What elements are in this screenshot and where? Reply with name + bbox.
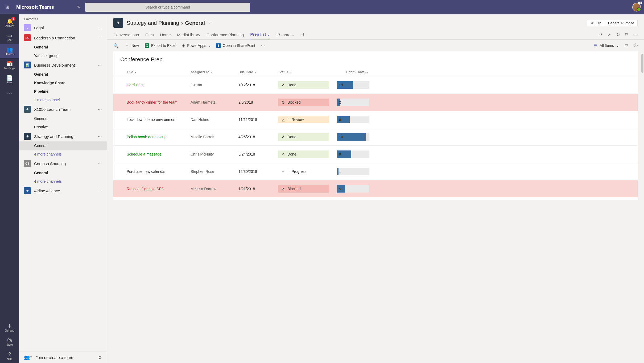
breadcrumb-team[interactable]: Strategy and Planning [127, 20, 179, 26]
team-more-icon[interactable]: ⋯ [98, 63, 102, 68]
view-selector[interactable]: ☰All Items⌄ [594, 43, 619, 48]
status-badge: △In Review [278, 116, 329, 123]
team-more-icon[interactable]: ⋯ [98, 25, 102, 30]
breadcrumb-more-icon[interactable]: ⋯ [207, 20, 212, 26]
column-header[interactable]: Assigned To⌄ [191, 70, 238, 74]
apprail-item-help[interactable]: ?Help [0, 349, 19, 363]
compose-icon[interactable]: ✎ [77, 5, 80, 10]
effort-bar: 18 [337, 133, 369, 141]
row-assigned: CJ Tan [191, 83, 238, 87]
row-due: 2/6/2018 [238, 100, 278, 104]
gear-icon[interactable]: ⚙ [98, 355, 102, 360]
team-more-icon[interactable]: ⋯ [98, 35, 102, 40]
team-row[interactable]: CSContoso Sourcing⋯ [19, 158, 107, 169]
channel-item[interactable]: Knowledge Share [19, 79, 107, 87]
more-commands-icon[interactable]: ⋯ [261, 43, 265, 48]
list-row[interactable]: Herd Cats CJ Tan 1/12/2018 ✓Done 10 [113, 76, 638, 93]
column-header[interactable]: Due Date⌄ [238, 70, 278, 74]
expand-icon[interactable]: ⤢ [608, 32, 611, 37]
team-row[interactable]: ✦Strategy and Planning⋯ [19, 131, 107, 141]
team-more-icon[interactable]: ⋯ [98, 107, 102, 112]
list-row[interactable]: Polish booth demo script Miceile Barrett… [113, 128, 638, 145]
list-row[interactable]: Purchase new calendar Stephen Rose 12/30… [113, 163, 638, 180]
refresh-icon[interactable]: ↻ [616, 32, 620, 37]
team-avatar: LC [24, 34, 31, 41]
list-row[interactable]: Reserve flights to SPC Melissa Darrow 1/… [113, 180, 638, 197]
reply-icon[interactable]: ⮐ [598, 32, 602, 37]
header-info-pill[interactable]: 👁 Org General Purpose [587, 20, 638, 26]
vertical-scrollbar[interactable] [641, 54, 643, 360]
apprail-item-store[interactable]: 🛍Store [0, 335, 19, 349]
export-excel-button[interactable]: Export to Excel [145, 43, 176, 48]
notification-badge: 2 [11, 17, 15, 21]
new-button[interactable]: ＋New [125, 42, 139, 49]
add-tab-button[interactable]: ＋ [300, 32, 306, 38]
team-row[interactable]: ✈X1050 Launch Team⋯ [19, 104, 107, 114]
team-more-icon[interactable]: ⋯ [98, 161, 102, 166]
status-icon: ⊘ [281, 100, 285, 104]
column-header[interactable]: Effort (Days)⌄ [332, 70, 369, 74]
effort-bar: 10 [337, 81, 369, 89]
apprail-item-chat[interactable]: ▭Chat [0, 30, 19, 44]
avatar[interactable]: R1 [632, 3, 641, 11]
list-row[interactable]: Book fancy dinner for the team Adam Harm… [113, 93, 638, 111]
status-badge: ⊘Blocked [278, 99, 329, 106]
tab-medialibrary[interactable]: MediaLibrary [177, 30, 200, 39]
channel-item[interactable]: General [19, 43, 107, 51]
tab-home[interactable]: Home [160, 30, 171, 39]
tab-conference-planning[interactable]: Conference Planning [207, 30, 244, 39]
more-channels-link[interactable]: 4 more channels [19, 177, 107, 186]
more-channels-link[interactable]: 4 more channels [19, 150, 107, 158]
channel-item[interactable]: Yammer group [19, 51, 107, 60]
team-row[interactable]: 📊Business Development⋯ [19, 60, 107, 70]
team-row[interactable]: ✈Airline Alliance⋯ [19, 186, 107, 196]
column-header[interactable]: Status⌄ [278, 70, 332, 74]
tab-17-more[interactable]: 17 more⌄ [276, 30, 294, 39]
sharepoint-icon [216, 43, 221, 48]
apprail-item-teams[interactable]: 👥Teams [0, 44, 19, 58]
channel-item[interactable]: General [19, 70, 107, 79]
waffle-icon[interactable]: ⊞ [3, 3, 11, 11]
more-channels-link[interactable]: 1 more channel [19, 96, 107, 104]
channel-item[interactable]: Creative [19, 123, 107, 131]
info-icon[interactable]: ⓘ [634, 43, 638, 48]
popout-icon[interactable]: ⧉ [625, 32, 628, 37]
channel-item[interactable]: General [19, 169, 107, 177]
list-row[interactable]: Lock down demo environment Dan Holme 11/… [113, 111, 638, 128]
more-icon[interactable]: ⋯ [633, 32, 638, 37]
tab-files[interactable]: Files [145, 30, 154, 39]
row-assigned: Adam Harmetz [191, 100, 238, 104]
column-header[interactable]: Title⌄ [127, 70, 191, 74]
apprail-item-meetings[interactable]: 📅Meetings [0, 58, 19, 72]
search-icon[interactable]: 🔍 [113, 43, 119, 48]
row-assigned: Dan Holme [191, 117, 238, 122]
apprail-label: Meetings [4, 67, 15, 70]
team-more-icon[interactable]: ⋯ [98, 134, 102, 139]
team-avatar: L [24, 24, 31, 31]
open-sharepoint-button[interactable]: Open in SharePoint [216, 43, 255, 48]
row-due: 5/24/2018 [238, 152, 278, 156]
team-row[interactable]: LLegal⋯ [19, 23, 107, 33]
chat-icon: ▭ [7, 33, 12, 38]
chevron-down-icon: ⌄ [292, 34, 294, 37]
channel-item[interactable]: General [19, 114, 107, 123]
list-row[interactable]: Schedule a massage Chris McNulty 5/24/20… [113, 145, 638, 163]
tab-conversations[interactable]: Conversations [113, 30, 139, 39]
filter-icon[interactable]: ▽ [625, 43, 628, 48]
apprail-item-activity[interactable]: 🔔Activity2 [0, 16, 19, 30]
tab-prep-list[interactable]: Prep list⌄ [250, 30, 269, 39]
apprail-item-get-app[interactable]: ⬇Get app [0, 321, 19, 335]
channel-item[interactable]: General [19, 141, 107, 150]
channel-item[interactable]: Pipeline [19, 87, 107, 96]
apprail-item-files[interactable]: 📄Files [0, 72, 19, 87]
titlebar: ⊞ Microsoft Teams ✎ Search or type a com… [0, 0, 644, 14]
apprail-label: Activity [5, 25, 14, 27]
search-input[interactable]: Search or type a command [85, 3, 250, 12]
team-more-icon[interactable]: ⋯ [98, 188, 102, 193]
team-row[interactable]: LCLeadership Connection⋯ [19, 33, 107, 43]
list-title: Conference Prep [113, 51, 638, 68]
apprail-more-icon[interactable]: ⋯ [7, 87, 12, 99]
join-team-row[interactable]: 👥⁺ Join or create a team ⚙ [19, 352, 107, 363]
powerapps-button[interactable]: ◈PowerApps⌄ [182, 43, 210, 48]
team-icon: ✦ [113, 18, 123, 28]
